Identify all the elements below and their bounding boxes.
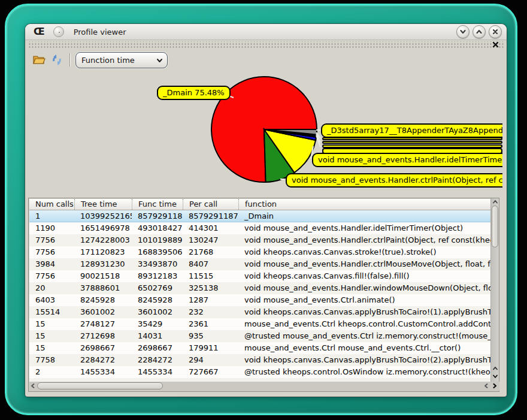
- chevron-down-icon: [156, 56, 163, 64]
- column-header-function[interactable]: function: [238, 199, 491, 210]
- close-button[interactable]: [489, 25, 502, 38]
- cell-tree-time: 2748127: [74, 318, 132, 330]
- window-menu-button[interactable]: [53, 26, 64, 37]
- pie-chart-area: _Dmain 75.48%_D3std5array17__T8AppenderT…: [25, 71, 502, 198]
- horizontal-scroll-thumb[interactable]: [37, 382, 163, 389]
- cell-tree-time: 2284272: [74, 354, 132, 366]
- cell-func-time: 8245928: [132, 294, 183, 306]
- column-header-per-call[interactable]: Per call: [183, 199, 238, 210]
- scroll-right-button[interactable]: [491, 382, 498, 389]
- cell-func-time: 14031: [132, 330, 183, 342]
- cell-function: void mouse_and_events.Handler.windowMous…: [238, 282, 491, 294]
- cell-func-time: 35429: [132, 318, 183, 330]
- table-row[interactable]: 775822842722284272294void kheops.canvas.…: [29, 354, 491, 366]
- cell-func-time: 1010198891: [132, 234, 183, 246]
- cell-tree-time: 2712698: [74, 330, 132, 342]
- cell-function: _Dmain: [238, 210, 491, 222]
- profile-table-panel: Num callsTree timeFunc timePer callfunct…: [28, 198, 499, 392]
- cell-num-calls: 1: [29, 210, 74, 222]
- cell-per-call: 325138: [183, 282, 238, 294]
- table-row[interactable]: 6403824592882459281287void mouse_and_eve…: [29, 294, 491, 306]
- open-folder-icon: [32, 54, 46, 66]
- table-row[interactable]: 152748127354292361mouse_and_events.Ctrl …: [29, 318, 491, 330]
- refresh-button[interactable]: [49, 52, 65, 68]
- table-row[interactable]: 1526986672698667179911mouse_and_events.C…: [29, 342, 491, 354]
- cell-function: void kheops.canvas.Canvas.stroke!(true).…: [238, 246, 491, 258]
- shade-button[interactable]: [456, 25, 470, 38]
- horizontal-scrollbar[interactable]: [29, 382, 499, 391]
- cell-per-call: 414301: [183, 222, 238, 234]
- table-row[interactable]: 775612742280031010198891130247void mouse…: [29, 234, 491, 246]
- vertical-scrollbar[interactable]: [490, 198, 499, 382]
- pie-slice-label-collapsed: [322, 148, 502, 154]
- cell-function: void kheops.canvas.Canvas.applyBrushToCa…: [238, 306, 491, 318]
- pie-slice-label: _D3std5array17__T8AppenderTAyaZ8Appender…: [321, 123, 502, 138]
- toolbar: Function time: [25, 49, 507, 71]
- cell-func-time: 6502769: [132, 282, 183, 294]
- cell-per-call: 727667: [183, 366, 238, 378]
- toolbar-separator: [69, 53, 71, 67]
- cell-num-calls: 1190: [29, 222, 74, 234]
- cell-tree-time: 1274228003: [74, 234, 132, 246]
- toolbar-handle[interactable]: [28, 41, 504, 49]
- column-header-func-time[interactable]: Func time: [132, 199, 183, 210]
- table-row[interactable]: 1551436010023601002232void kheops.canvas…: [29, 306, 491, 318]
- view-mode-value: Function time: [81, 56, 156, 65]
- scroll-left-button[interactable]: [29, 382, 37, 389]
- cell-function: void mouse_and_events.Handler.idelTimerT…: [238, 222, 491, 234]
- column-header-tree-time[interactable]: Tree time: [74, 199, 132, 210]
- cell-function: mouse_and_events.Ctrl mouse_and_events.C…: [238, 342, 491, 354]
- scroll-down-button[interactable]: [492, 373, 499, 380]
- window-title: Profile viewer: [74, 28, 126, 37]
- cell-tree-time: 10399252165: [74, 210, 132, 222]
- chevron-left-icon: [30, 383, 36, 389]
- scroll-up-button[interactable]: [492, 198, 499, 206]
- table-row[interactable]: 775617112082316883950621768void kheops.c…: [29, 246, 491, 258]
- cell-num-calls: 15: [29, 330, 74, 342]
- cell-function: void mouse_and_events.Handler.ctrlPaint(…: [238, 234, 491, 246]
- cell-num-calls: 15: [29, 318, 74, 330]
- cell-function: @trusted kheops.control.OsWindow iz.memo…: [238, 366, 491, 378]
- table-row[interactable]: 15271269814031935@trusted mouse_and_even…: [29, 330, 491, 342]
- column-header-num-calls[interactable]: Num calls: [29, 199, 74, 210]
- cell-function: void mouse_and_events.Ctrl.animate(): [238, 294, 491, 306]
- cell-function: mouse_and_events.Ctrl kheops.control.Cus…: [238, 318, 491, 330]
- scroll-up-button-bottom[interactable]: [492, 365, 499, 372]
- table-row[interactable]: 11901651496978493018427414301void mouse_…: [29, 222, 491, 234]
- cell-tree-time: 3601002: [74, 306, 132, 318]
- cell-per-call: 21768: [183, 246, 238, 258]
- titlebar[interactable]: Œ Profile viewer: [25, 24, 507, 40]
- pie-slice-label-collapsed: [322, 137, 502, 140]
- close-icon: [492, 41, 499, 48]
- open-file-button[interactable]: [31, 52, 47, 68]
- cell-num-calls: 7756: [29, 234, 74, 246]
- cell-tree-time: 90021518: [74, 270, 132, 282]
- cell-func-time: 493018427: [132, 222, 183, 234]
- pie-slice-label: void mouse_and_events.Handler.idelTimerT…: [312, 153, 502, 167]
- cell-func-time: 1455334: [132, 366, 183, 378]
- chevron-up-icon: [475, 28, 483, 35]
- cell-per-call: 294: [183, 354, 238, 366]
- table-row[interactable]: 11039925216585792911878579291187_Dmain: [29, 210, 491, 222]
- cell-tree-time: 1455334: [74, 366, 132, 378]
- cell-num-calls: 15514: [29, 306, 74, 318]
- chevron-down-icon: [459, 28, 467, 35]
- toolbar-close-button[interactable]: [491, 40, 499, 49]
- view-mode-select[interactable]: Function time: [75, 52, 168, 68]
- refresh-icon: [50, 53, 63, 67]
- cell-tree-time: 37888601: [74, 282, 132, 294]
- table-row[interactable]: 20378886016502769325138void mouse_and_ev…: [29, 282, 491, 294]
- cell-num-calls: 20: [29, 282, 74, 294]
- vertical-scroll-thumb[interactable]: [492, 206, 498, 247]
- table-row[interactable]: 7756900215188931218311515void kheops.can…: [29, 270, 491, 282]
- table-row[interactable]: 3984128931230334938708407void mouse_and_…: [29, 258, 491, 270]
- cell-num-calls: 2: [29, 366, 74, 378]
- cell-per-call: 11515: [183, 270, 238, 282]
- scroll-left-button-right[interactable]: [483, 382, 490, 389]
- maximize-button[interactable]: [473, 25, 486, 38]
- table-row[interactable]: 214553341455334727667@trusted kheops.con…: [29, 366, 491, 378]
- cell-func-time: 89312183: [132, 270, 183, 282]
- chevron-up-icon: [492, 199, 498, 205]
- titlebar-buttons: [456, 25, 502, 38]
- cell-func-time: 8579291187: [132, 210, 183, 222]
